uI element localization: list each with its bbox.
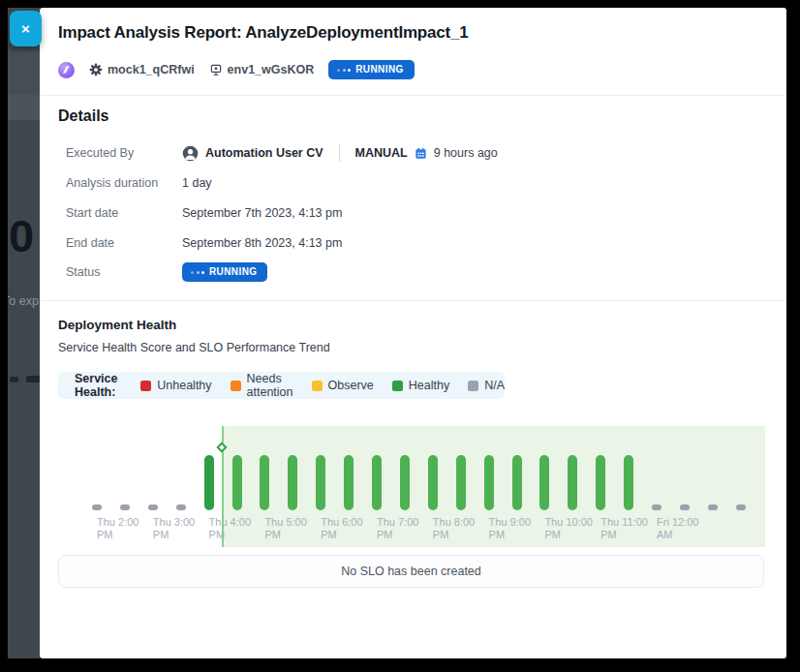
detail-value: RUNNING <box>182 262 267 282</box>
detail-label: Start date <box>66 206 182 220</box>
environment-name: env1_wGsKOR <box>228 63 315 76</box>
x-axis-label: Thu 5:00PM <box>264 516 306 541</box>
service-health-legend: Service Health: UnhealthyNeeds attention… <box>58 372 505 399</box>
health-bar-na[interactable] <box>736 504 746 510</box>
detail-label: End date <box>66 236 182 250</box>
executed-time: 9 hours ago <box>434 146 498 160</box>
x-axis-label: Fri 12:00AM <box>657 516 698 541</box>
impact-analysis-modal: Impact Analysis Report: AnalyzeDeploymen… <box>40 8 786 658</box>
running-dots-icon <box>191 271 204 274</box>
health-bar-healthy[interactable] <box>568 455 577 510</box>
status-badge: RUNNING <box>182 262 267 282</box>
detail-row-duration: Analysis duration 1 day <box>66 172 767 194</box>
user-icon <box>182 145 199 162</box>
deployment-health-heading: Deployment Health <box>58 318 176 332</box>
slo-empty-message: No SLO has been created <box>341 565 481 578</box>
x-axis-label: Thu 6:00PM <box>321 516 362 541</box>
executed-by-user: Automation User CV <box>205 146 323 160</box>
legend-swatch-icon <box>231 381 241 391</box>
detail-row-status: Status RUNNING <box>66 261 767 283</box>
background-metric: 0 <box>9 209 33 262</box>
legend-items: UnhealthyNeeds attentionObserveHealthyN/… <box>140 372 505 399</box>
legend-swatch-icon <box>392 381 403 391</box>
health-bar-healthy[interactable] <box>288 455 297 510</box>
health-bar-healthy[interactable] <box>539 455 549 510</box>
legend-label: Unhealthy <box>157 379 211 392</box>
legend-swatch-icon <box>312 381 323 391</box>
legend-item: Observe <box>312 379 374 392</box>
service-meta: mock1_qCRfwi <box>89 63 195 76</box>
health-bar-na[interactable] <box>176 504 186 510</box>
legend-label: Observe <box>328 379 374 392</box>
health-bar-na[interactable] <box>148 504 158 510</box>
x-axis-label: Thu 10:00PM <box>544 516 593 541</box>
environment-icon <box>209 63 223 76</box>
legend-label: Needs attention <box>247 372 293 399</box>
legend-item: N/A <box>468 379 505 392</box>
legend-item: Needs attention <box>231 372 293 399</box>
health-bar-healthy[interactable] <box>596 455 605 510</box>
slo-empty-state: No SLO has been created <box>58 555 764 588</box>
status-badge-label: RUNNING <box>209 267 257 277</box>
section-divider <box>40 300 786 301</box>
health-bar-healthy[interactable] <box>204 455 214 510</box>
modal-title: Impact Analysis Report: AnalyzeDeploymen… <box>58 23 469 43</box>
detail-row-executed-by: Executed By Automation User CV MANUAL <box>66 142 767 164</box>
x-axis-label: Thu 2:00PM <box>97 516 138 541</box>
legend-swatch-icon <box>140 381 151 391</box>
health-bar-healthy[interactable] <box>484 455 494 510</box>
deployment-health-subtitle: Service Health Score and SLO Performance… <box>58 341 330 354</box>
legend-label: N/A <box>484 379 505 392</box>
health-bar-healthy[interactable] <box>344 455 354 510</box>
legend-title: Service Health: <box>75 372 122 399</box>
x-axis-label: Thu 4:00PM <box>209 516 251 541</box>
x-axis-label: Thu 9:00PM <box>489 516 531 541</box>
health-bar-na[interactable] <box>708 504 718 510</box>
deployment-health-chart[interactable]: Thu 2:00PMThu 3:00PMThu 4:00PMThu 5:00PM… <box>58 423 765 552</box>
health-bar-healthy[interactable] <box>400 455 410 510</box>
screenshot-frame: 0 To exp × Impact Analysis Report: Analy… <box>0 0 800 672</box>
trigger-type: MANUAL <box>355 146 408 160</box>
close-icon: × <box>21 20 30 37</box>
service-avatar-icon <box>58 62 75 78</box>
detail-label: Status <box>66 265 182 279</box>
background-chart-bar <box>10 377 18 382</box>
service-name: mock1_qCRfwi <box>108 63 195 76</box>
calendar-icon <box>415 147 427 160</box>
health-bar-healthy[interactable] <box>260 455 269 510</box>
detail-value: 1 day <box>182 176 212 190</box>
health-bar-na[interactable] <box>120 504 130 510</box>
legend-swatch-icon <box>468 381 478 391</box>
detail-value: Automation User CV MANUAL 9 hours ago <box>182 144 498 162</box>
health-bar-healthy[interactable] <box>372 455 382 510</box>
health-bar-na[interactable] <box>92 504 102 510</box>
legend-item: Unhealthy <box>140 379 211 392</box>
header-divider <box>40 95 786 96</box>
detail-row-end-date: End date September 8th 2023, 4:13 pm <box>66 232 767 254</box>
meta-row: mock1_qCRfwi env1_wGsKOR RUNNING <box>58 59 415 80</box>
health-bar-healthy[interactable] <box>428 455 438 510</box>
health-bar-healthy[interactable] <box>456 455 466 510</box>
x-axis-label: Thu 11:00PM <box>600 516 648 541</box>
detail-value: September 7th 2023, 4:13 pm <box>182 206 342 220</box>
gear-icon <box>89 63 103 76</box>
background-hint-text: To exp <box>8 294 39 308</box>
background-band <box>8 50 40 95</box>
status-badge: RUNNING <box>328 60 414 79</box>
close-button[interactable]: × <box>10 11 42 46</box>
x-axis-label: Thu 7:00PM <box>377 516 418 541</box>
health-bar-na[interactable] <box>680 504 690 510</box>
background-chart-bar <box>26 376 40 382</box>
legend-label: Healthy <box>409 379 449 392</box>
vertical-separator <box>339 144 340 162</box>
detail-label: Analysis duration <box>66 176 182 190</box>
environment-meta: env1_wGsKOR <box>209 63 315 76</box>
health-bar-healthy[interactable] <box>624 455 633 510</box>
health-bar-healthy[interactable] <box>316 455 325 510</box>
health-bar-na[interactable] <box>652 504 662 510</box>
detail-label: Executed By <box>66 146 182 160</box>
health-bar-healthy[interactable] <box>512 455 522 510</box>
status-badge-label: RUNNING <box>355 65 403 75</box>
legend-item: Healthy <box>392 379 449 392</box>
health-bar-healthy[interactable] <box>232 455 242 510</box>
